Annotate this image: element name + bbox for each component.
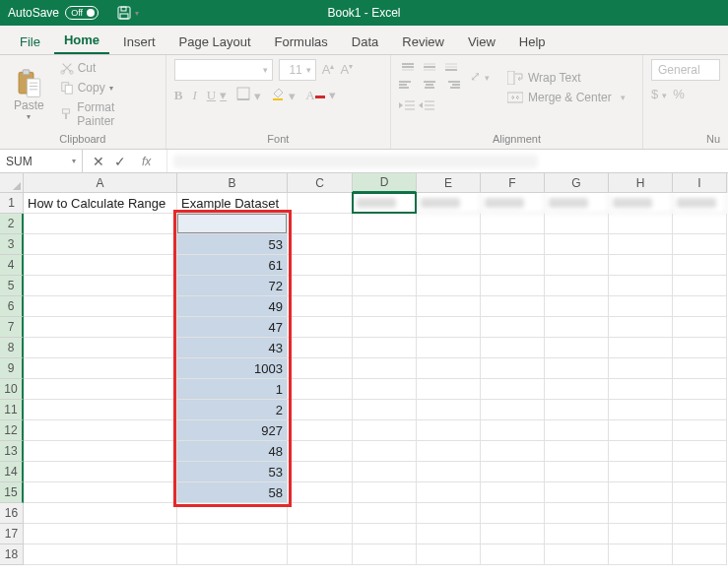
cell-D1[interactable] bbox=[353, 193, 417, 214]
cell-A9[interactable] bbox=[24, 358, 177, 379]
cell-E12[interactable] bbox=[417, 420, 481, 441]
col-header-E[interactable]: E bbox=[417, 173, 481, 193]
underline-button[interactable]: U▾ bbox=[207, 88, 227, 103]
font-size-dropdown[interactable]: 11▾ bbox=[279, 59, 316, 81]
cell-F10[interactable] bbox=[481, 379, 545, 400]
cell-C18[interactable] bbox=[288, 544, 353, 565]
cell-F4[interactable] bbox=[481, 255, 545, 276]
cell-B17[interactable] bbox=[177, 524, 288, 544]
cell-E2[interactable] bbox=[417, 214, 481, 234]
cell-I5[interactable] bbox=[673, 276, 727, 296]
cell-F12[interactable] bbox=[481, 420, 545, 441]
cell-B5[interactable]: 72 bbox=[177, 276, 288, 296]
cell-I2[interactable] bbox=[673, 214, 727, 234]
cell-E1[interactable] bbox=[417, 193, 481, 214]
decrease-font-icon[interactable]: A▾ bbox=[340, 62, 353, 77]
cell-H15[interactable] bbox=[609, 482, 673, 503]
cell-I1[interactable] bbox=[673, 193, 727, 214]
row-header-10[interactable]: 10 bbox=[0, 379, 24, 400]
cell-A4[interactable] bbox=[24, 255, 177, 276]
increase-indent-button[interactable] bbox=[419, 98, 434, 115]
cell-B9[interactable]: 1003 bbox=[177, 358, 288, 379]
cell-I11[interactable] bbox=[673, 400, 727, 420]
tab-home[interactable]: Home bbox=[54, 27, 109, 54]
row-header-7[interactable]: 7 bbox=[0, 317, 24, 338]
cell-E8[interactable] bbox=[417, 338, 481, 358]
cut-button[interactable]: Cut bbox=[56, 59, 158, 77]
cell-G7[interactable] bbox=[545, 317, 609, 338]
cell-E4[interactable] bbox=[417, 255, 481, 276]
row-header-9[interactable]: 9 bbox=[0, 358, 24, 379]
cell-A7[interactable] bbox=[24, 317, 177, 338]
cell-E10[interactable] bbox=[417, 379, 481, 400]
cell-A13[interactable] bbox=[24, 441, 177, 462]
cell-C11[interactable] bbox=[288, 400, 353, 420]
cell-I13[interactable] bbox=[673, 441, 727, 462]
cell-I7[interactable] bbox=[673, 317, 727, 338]
cell-D13[interactable] bbox=[353, 441, 417, 462]
cell-E9[interactable] bbox=[417, 358, 481, 379]
cell-D14[interactable] bbox=[353, 462, 417, 482]
cell-D5[interactable] bbox=[353, 276, 417, 296]
row-header-6[interactable]: 6 bbox=[0, 296, 24, 317]
percent-button[interactable]: % bbox=[673, 87, 685, 101]
cell-F13[interactable] bbox=[481, 441, 545, 462]
cell-A15[interactable] bbox=[24, 482, 177, 503]
bold-button[interactable]: B bbox=[174, 88, 183, 103]
cell-I12[interactable] bbox=[673, 420, 727, 441]
cell-E16[interactable] bbox=[417, 503, 481, 524]
cell-F8[interactable] bbox=[481, 338, 545, 358]
spreadsheet-grid[interactable]: ABCDEFGHI 1How to Calculate RangeExample… bbox=[0, 173, 728, 565]
row-header-1[interactable]: 1 bbox=[0, 193, 24, 214]
number-format-dropdown[interactable]: General bbox=[651, 59, 720, 81]
cell-A5[interactable] bbox=[24, 276, 177, 296]
cell-G4[interactable] bbox=[545, 255, 609, 276]
cell-G18[interactable] bbox=[545, 544, 609, 565]
cell-H8[interactable] bbox=[609, 338, 673, 358]
cell-G3[interactable] bbox=[545, 234, 609, 255]
row-header-4[interactable]: 4 bbox=[0, 255, 24, 276]
cell-H17[interactable] bbox=[609, 524, 673, 544]
cell-A8[interactable] bbox=[24, 338, 177, 358]
cell-I10[interactable] bbox=[673, 379, 727, 400]
cell-C1[interactable] bbox=[288, 193, 353, 214]
cell-D7[interactable] bbox=[353, 317, 417, 338]
cell-F7[interactable] bbox=[481, 317, 545, 338]
cell-H5[interactable] bbox=[609, 276, 673, 296]
cell-C7[interactable] bbox=[288, 317, 353, 338]
cell-B11[interactable]: 2 bbox=[177, 400, 288, 420]
cell-B14[interactable]: 53 bbox=[177, 462, 288, 482]
cell-D4[interactable] bbox=[353, 255, 417, 276]
cell-D16[interactable] bbox=[353, 503, 417, 524]
cell-E7[interactable] bbox=[417, 317, 481, 338]
cell-C4[interactable] bbox=[288, 255, 353, 276]
cell-B15[interactable]: 58 bbox=[177, 482, 288, 503]
cell-F11[interactable] bbox=[481, 400, 545, 420]
cell-I4[interactable] bbox=[673, 255, 727, 276]
copy-button[interactable]: Copy ▾ bbox=[56, 79, 158, 96]
tab-view[interactable]: View bbox=[458, 29, 505, 54]
toggle-switch[interactable]: Off bbox=[65, 6, 99, 20]
cell-E11[interactable] bbox=[417, 400, 481, 420]
paste-button[interactable]: Paste ▾ bbox=[8, 67, 50, 123]
cell-A18[interactable] bbox=[24, 544, 177, 565]
cell-H9[interactable] bbox=[609, 358, 673, 379]
cell-C16[interactable] bbox=[288, 503, 353, 524]
cell-G9[interactable] bbox=[545, 358, 609, 379]
fx-label[interactable]: fx bbox=[136, 155, 157, 168]
row-header-16[interactable]: 16 bbox=[0, 503, 24, 524]
wrap-text-button[interactable]: Wrap Text bbox=[503, 69, 629, 87]
cell-C13[interactable] bbox=[288, 441, 353, 462]
select-all-corner[interactable] bbox=[0, 173, 24, 193]
cell-G6[interactable] bbox=[545, 296, 609, 317]
cell-E13[interactable] bbox=[417, 441, 481, 462]
cell-D3[interactable] bbox=[353, 234, 417, 255]
col-header-A[interactable]: A bbox=[24, 173, 177, 193]
cell-E18[interactable] bbox=[417, 544, 481, 565]
cell-A10[interactable] bbox=[24, 379, 177, 400]
cell-C17[interactable] bbox=[288, 524, 353, 544]
cell-F16[interactable] bbox=[481, 503, 545, 524]
increase-font-icon[interactable]: A▴ bbox=[322, 62, 335, 77]
cell-I14[interactable] bbox=[673, 462, 727, 482]
cell-A17[interactable] bbox=[24, 524, 177, 544]
